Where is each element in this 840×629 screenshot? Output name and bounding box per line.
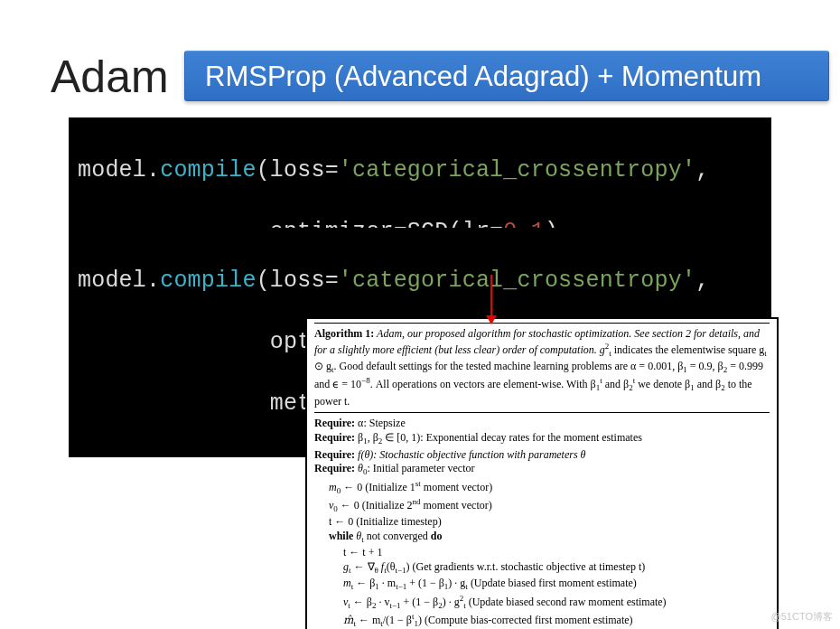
algo-line: t ← t + 1 — [314, 546, 770, 560]
algo-line: , β — [368, 431, 378, 444]
code-pad — [78, 390, 270, 417]
algo-line: moment vector) — [421, 481, 492, 493]
algo-line: + (1 − β — [406, 577, 444, 589]
code-token: 'categorical_crossentropy' — [339, 268, 695, 294]
algo-line: (Update biased second raw moment estimat… — [466, 596, 667, 608]
do-kw: do — [431, 530, 443, 542]
algo-sub: t−1 — [389, 601, 400, 610]
code-token: , — [695, 157, 709, 183]
callout-arrow — [490, 275, 492, 324]
algo-line: ← β — [353, 577, 375, 589]
algo-line: ← m — [356, 614, 380, 626]
algo-line: θ — [353, 530, 361, 542]
algo-text: and β — [695, 378, 721, 390]
algo-text: ⊙ g — [314, 360, 331, 372]
algo-line: moment vector) — [420, 499, 491, 512]
algo-text: . Good default settings for the tested m… — [334, 360, 684, 372]
badge-text: RMSProp (Advanced Adagrad) + Momentum — [205, 61, 761, 92]
algo-line: (θ — [387, 560, 396, 573]
algo-line: f(θ): Stochastic objective function with… — [355, 448, 585, 461]
algo-text: and β — [602, 378, 629, 390]
algo-text: . All operations on vectors are element-… — [370, 378, 596, 390]
algorithm-header: Algorithm 1: Adam, our proposed algorith… — [314, 323, 770, 413]
algo-line: ← 0 (Initialize 2 — [338, 499, 413, 512]
code-token: (loss= — [257, 157, 339, 183]
req-kw: Require: — [314, 448, 355, 461]
algo-line: · m — [379, 577, 396, 589]
algo-line: ← 0 (Initialize 1 — [341, 481, 415, 493]
algorithm-box: Algorithm 1: Adam, our proposed algorith… — [305, 317, 779, 629]
algo-sub: t — [764, 349, 767, 358]
algo-line: not converged — [364, 530, 431, 542]
subtitle-badge: RMSProp (Advanced Adagrad) + Momentum — [184, 51, 829, 101]
while-kw: while — [329, 530, 353, 542]
algo-sub: t−1 — [396, 583, 406, 592]
algo-line: : Initial parameter vector — [368, 462, 475, 474]
algo-line: ) · g — [443, 596, 460, 608]
algo-line: ) (Get gradients w.r.t. stochastic objec… — [406, 560, 646, 573]
code-token: compile — [160, 157, 256, 183]
algo-line: (Update biased first moment estimate) — [468, 577, 637, 589]
algo-line: m̂ — [343, 614, 353, 626]
algo-sub: t−1 — [395, 566, 406, 575]
code-token: (loss= — [257, 268, 339, 294]
algo-line: β — [355, 431, 363, 444]
algorithm-body: Require: α: Stepsize Require: β1, β2 ∈ [… — [314, 413, 770, 629]
algo-title: Algorithm 1: — [314, 327, 374, 340]
algo-line: ∈ [0, 1): Exponential decay rates for th… — [382, 431, 642, 444]
req-kw: Require: — [314, 417, 355, 429]
code-token: . — [146, 157, 160, 183]
req-kw: Require: — [314, 431, 355, 444]
algo-line: + (1 − β — [401, 596, 439, 608]
algo-line: ← β — [350, 596, 372, 608]
algo-line: /(1 − β — [383, 614, 412, 626]
algo-line: t ← 0 (Initialize timestep) — [314, 515, 770, 530]
algo-line: ← ∇ — [351, 560, 375, 573]
code-token: . — [146, 268, 160, 294]
req-kw: Require: — [314, 462, 355, 474]
code-token: , — [695, 268, 709, 294]
algo-line: m — [343, 577, 351, 589]
code-token: compile — [160, 268, 256, 294]
algo-text: = 0.9, β — [687, 360, 723, 372]
watermark: @51CTO博客 — [771, 610, 833, 624]
algo-line: m — [329, 481, 337, 493]
algo-line: α: Stepsize — [355, 417, 406, 429]
code-token: model — [78, 157, 146, 183]
title-text: Adam — [51, 51, 169, 103]
algo-line: · v — [376, 596, 389, 608]
slide-title: Adam — [51, 51, 169, 103]
algo-sup: −8 — [361, 376, 370, 385]
algo-line: ) (Compute bias-corrected first moment e… — [418, 614, 633, 626]
algo-text: we denote β — [635, 378, 690, 390]
code-token: 'categorical_crossentropy' — [339, 157, 695, 183]
algo-text: indicates the elementwise square g — [611, 343, 765, 356]
code-pad — [78, 329, 270, 355]
code-token: model — [78, 268, 146, 294]
algo-line: θ — [355, 462, 363, 474]
algo-line: ) · g — [448, 577, 465, 589]
